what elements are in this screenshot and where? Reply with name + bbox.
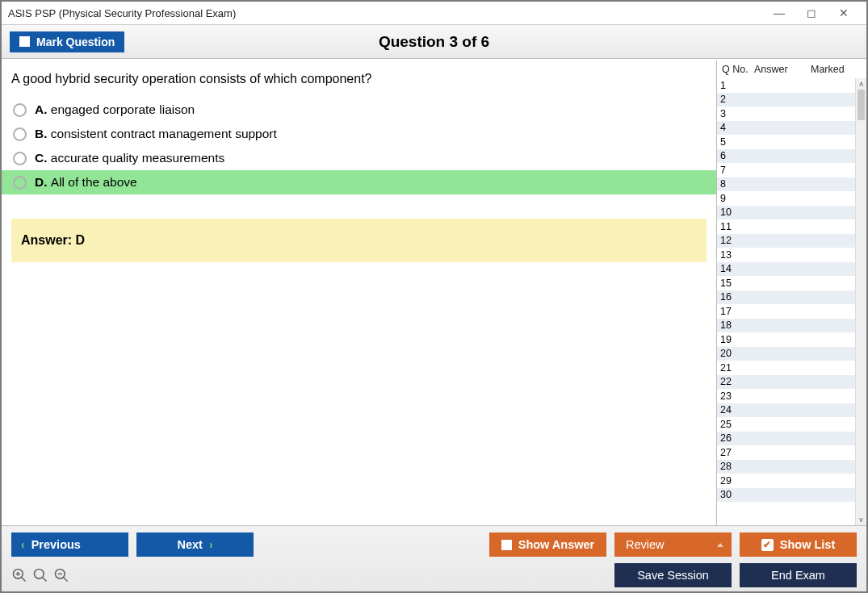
list-row[interactable]: 20 bbox=[717, 347, 855, 361]
list-row[interactable]: 16 bbox=[717, 290, 855, 305]
list-row[interactable]: 28 bbox=[717, 460, 855, 474]
answer-label: Answer: D bbox=[21, 233, 85, 247]
svg-line-5 bbox=[43, 578, 47, 582]
list-header: Q No. Answer Marked bbox=[717, 61, 866, 78]
list-row[interactable]: 30 bbox=[717, 488, 855, 503]
zoom-reset-icon[interactable] bbox=[11, 567, 27, 583]
header-bar: Mark Question Question 3 of 6 bbox=[2, 25, 866, 59]
save-session-button[interactable]: Save Session bbox=[614, 563, 732, 587]
list-row[interactable]: 24 bbox=[717, 403, 855, 418]
answer-box: Answer: D bbox=[11, 219, 707, 262]
list-row[interactable]: 2 bbox=[717, 93, 855, 107]
footer-row-2: Save Session End Exam bbox=[11, 563, 857, 587]
next-button[interactable]: Next › bbox=[136, 532, 254, 557]
option-label: C. accurate quality measurements bbox=[35, 151, 224, 165]
previous-label: Previous bbox=[31, 538, 81, 551]
scroll-up-icon[interactable]: ʌ bbox=[856, 78, 866, 90]
list-row[interactable]: 17 bbox=[717, 304, 855, 319]
show-answer-button[interactable]: Show Answer bbox=[489, 532, 606, 557]
footer-bar: ‹ Previous Next › Show Answer Review ✔ S… bbox=[2, 525, 866, 591]
close-icon[interactable]: ✕ bbox=[828, 6, 860, 19]
maximize-icon[interactable]: ◻ bbox=[795, 6, 828, 19]
radio-icon bbox=[13, 127, 27, 141]
window-title: ASIS PSP (Physical Security Professional… bbox=[8, 7, 763, 19]
mark-question-label: Mark Question bbox=[36, 35, 115, 48]
option-label: D. All of the above bbox=[35, 175, 137, 190]
question-list-panel: Q No. Answer Marked 12345678910111213141… bbox=[716, 61, 866, 525]
radio-icon bbox=[13, 176, 27, 190]
options-list: A. engaged corporate liaisonB. consisten… bbox=[2, 98, 716, 194]
list-row[interactable]: 19 bbox=[717, 332, 855, 347]
list-body: 1234567891011121314151617181920212223242… bbox=[717, 78, 866, 525]
show-answer-label: Show Answer bbox=[518, 538, 595, 551]
content-area: A good hybrid security operation consist… bbox=[2, 59, 866, 525]
col-answer: Answer bbox=[754, 64, 811, 75]
show-list-label: Show List bbox=[780, 538, 835, 551]
app-window: ASIS PSP (Physical Security Professional… bbox=[0, 0, 868, 593]
list-row[interactable]: 18 bbox=[717, 319, 855, 333]
zoom-in-icon[interactable] bbox=[32, 567, 48, 583]
zoom-controls bbox=[11, 567, 69, 583]
chevron-left-icon: ‹ bbox=[21, 538, 25, 551]
chevron-right-icon: › bbox=[209, 538, 213, 551]
question-counter: Question 3 of 6 bbox=[2, 33, 866, 51]
answer-option[interactable]: A. engaged corporate liaison bbox=[2, 98, 716, 122]
answer-option[interactable]: B. consistent contract management suppor… bbox=[2, 122, 716, 146]
list-row[interactable]: 3 bbox=[717, 106, 855, 121]
answer-option[interactable]: C. accurate quality measurements bbox=[2, 146, 716, 170]
col-marked: Marked bbox=[811, 64, 865, 75]
checkbox-checked-icon: ✔ bbox=[761, 539, 774, 551]
review-button[interactable]: Review bbox=[614, 532, 732, 557]
list-row[interactable]: 26 bbox=[717, 432, 855, 446]
end-exam-label: End Exam bbox=[771, 569, 825, 582]
title-bar: ASIS PSP (Physical Security Professional… bbox=[2, 2, 866, 25]
show-list-button[interactable]: ✔ Show List bbox=[740, 532, 857, 557]
list-row[interactable]: 10 bbox=[717, 206, 855, 220]
list-row[interactable]: 9 bbox=[717, 191, 855, 206]
save-session-label: Save Session bbox=[637, 569, 709, 582]
option-label: B. consistent contract management suppor… bbox=[35, 127, 277, 141]
question-text: A good hybrid security operation consist… bbox=[2, 67, 716, 98]
list-row[interactable]: 29 bbox=[717, 474, 855, 488]
footer-row-1: ‹ Previous Next › Show Answer Review ✔ S… bbox=[11, 532, 857, 557]
list-row[interactable]: 21 bbox=[717, 361, 855, 375]
radio-icon bbox=[13, 103, 27, 117]
checkbox-icon bbox=[501, 540, 512, 550]
checkbox-icon bbox=[19, 36, 30, 47]
list-row[interactable]: 22 bbox=[717, 375, 855, 390]
minimize-icon[interactable]: — bbox=[763, 6, 795, 19]
list-row[interactable]: 5 bbox=[717, 135, 855, 149]
list-row[interactable]: 7 bbox=[717, 163, 855, 177]
scroll-down-icon[interactable]: v bbox=[856, 514, 866, 525]
list-row[interactable]: 23 bbox=[717, 389, 855, 403]
review-label: Review bbox=[626, 538, 665, 551]
col-qno: Q No. bbox=[719, 64, 754, 75]
list-row[interactable]: 25 bbox=[717, 417, 855, 432]
answer-option[interactable]: D. All of the above bbox=[2, 170, 716, 194]
list-row[interactable]: 14 bbox=[717, 262, 855, 277]
list-row[interactable]: 13 bbox=[717, 248, 855, 262]
mark-question-button[interactable]: Mark Question bbox=[10, 31, 124, 52]
option-label: A. engaged corporate liaison bbox=[35, 102, 195, 117]
svg-line-7 bbox=[64, 578, 68, 582]
list-row[interactable]: 6 bbox=[717, 149, 855, 164]
list-row[interactable]: 4 bbox=[717, 121, 855, 136]
list-row[interactable]: 8 bbox=[717, 177, 855, 192]
list-row[interactable]: 15 bbox=[717, 276, 855, 290]
previous-button[interactable]: ‹ Previous bbox=[11, 532, 128, 557]
list-row[interactable]: 27 bbox=[717, 445, 855, 460]
svg-point-4 bbox=[35, 570, 44, 579]
scroll-thumb[interactable] bbox=[858, 90, 865, 120]
scrollbar[interactable]: ʌ v bbox=[855, 78, 866, 525]
zoom-out-icon[interactable] bbox=[53, 567, 69, 583]
end-exam-button[interactable]: End Exam bbox=[740, 563, 857, 587]
radio-icon bbox=[13, 152, 27, 165]
next-label: Next bbox=[177, 538, 202, 551]
list-row[interactable]: 11 bbox=[717, 219, 855, 234]
list-row[interactable]: 12 bbox=[717, 234, 855, 248]
chevron-up-icon bbox=[717, 543, 723, 547]
list-row[interactable]: 1 bbox=[717, 78, 855, 93]
svg-line-1 bbox=[22, 578, 26, 582]
main-panel: A good hybrid security operation consist… bbox=[2, 59, 716, 525]
